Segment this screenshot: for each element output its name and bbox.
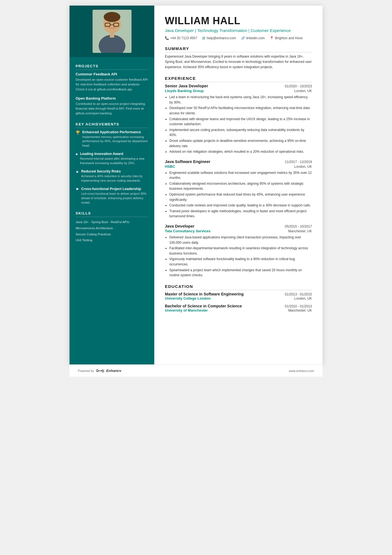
achievement-item-3: ★ Reduced Security Risks Achieved a 40% …: [76, 169, 148, 183]
education-section-title: EDUCATION: [165, 284, 312, 290]
experience-item-3: Java Developer 05/2015 - 10/2017 Tata Co…: [165, 224, 312, 278]
enhancv-brand-name: Enhancv: [106, 369, 121, 373]
main-header: WILLIAM HALL Java Developer | Technology…: [165, 15, 312, 40]
phone-icon: 📞: [165, 36, 169, 40]
exp-bullets-1: Led a team in restructuring the back-end…: [165, 95, 312, 154]
achievement-title-3: Reduced Security Risks: [81, 169, 148, 173]
exp-location-3: Manchester, UK: [288, 229, 312, 233]
edu-dates-1: 01/2013 - 01/2015: [285, 292, 312, 296]
bullet: Delivered Java-based applications improv…: [169, 235, 312, 245]
bullet: Led a team in restructuring the back-end…: [169, 95, 312, 105]
exp-bullets-3: Delivered Java-based applications improv…: [165, 235, 312, 278]
bullet: Implemented secure coding practices, sub…: [169, 127, 312, 138]
bullet: Spearheaded a project team which impleme…: [169, 268, 312, 278]
bullet: Conducted code reviews and improved code…: [169, 203, 312, 208]
exp-role-1: Senior Java Developer: [165, 84, 208, 88]
achievement-desc-4: Led cross-functional team to deliver pro…: [81, 192, 148, 205]
avatar-container: [70, 6, 154, 57]
project-name-2: Open Banking Platform: [76, 96, 148, 100]
exp-dates-1: 01/2020 - 10/2023: [285, 84, 312, 88]
bullet: Optimized system performance that reduce…: [169, 192, 312, 202]
enhancv-logo-icon: [96, 369, 104, 373]
projects-section-title: PROJECTS: [76, 64, 148, 70]
avatar: [93, 10, 132, 53]
bullet: Collaboratively designed microservices a…: [169, 181, 312, 191]
edu-school-1: University College London: [165, 296, 211, 300]
trophy-icon: 🏆: [76, 130, 80, 148]
achievement-item-1: 🏆 Enhanced Application Performance Imple…: [76, 130, 148, 148]
bullet: Developed over 50 RestFul APIs facilitat…: [169, 105, 312, 116]
exp-bullets-2: Engineered scalable software solutions t…: [165, 170, 312, 219]
exp-dates-3: 05/2015 - 10/2017: [285, 225, 312, 228]
edu-degree-1: Master of Science in Software Engineerin…: [165, 292, 244, 296]
summary-text: Experienced Java Developer bringing 8 ye…: [165, 54, 312, 70]
achievement-item-4: ⚑ Cross-functional Project Leadership Le…: [76, 187, 148, 205]
skill-item-1: Java 18+ · Spring Boot · RestFul APIs ·: [76, 219, 148, 225]
footer-left: Powered by Enhancv: [78, 369, 121, 373]
linkedin-url: linkedin.com: [246, 36, 265, 40]
phone-contact: 📞 +44 20 7123 4567: [165, 36, 197, 40]
star-icon: ★: [76, 170, 79, 183]
exp-company-1: Lloyds Banking Group: [165, 89, 204, 93]
project-item-2: Open Banking Platform Contributed to an …: [76, 96, 148, 116]
bullet: Collaborated with designer teams and imp…: [169, 117, 312, 127]
project-desc-2: Contributed to an open-source project in…: [76, 102, 148, 116]
edu-degree-2: Bachelor of Science in Computer Science: [165, 304, 242, 308]
project-item-1: Customer Feedback API Developed an open-…: [76, 72, 148, 92]
edu-school-2: University of Manchester: [165, 308, 208, 312]
achievement-title-1: Enhanced Application Performance: [82, 130, 148, 134]
exp-role-3: Java Developer: [165, 224, 194, 228]
bullet: Facilitated inter-departmental teamwork …: [169, 246, 312, 256]
bullet: Vigorously maintained software functiona…: [169, 256, 312, 267]
skills-list: Java 18+ · Spring Boot · RestFul APIs · …: [76, 219, 148, 243]
sidebar: PROJECTS Customer Feedback API Developed…: [70, 6, 154, 364]
heart-icon: ♥: [76, 152, 78, 166]
exp-company-2: HSBC: [165, 164, 175, 169]
exp-location-2: London, UK: [294, 165, 312, 169]
skill-item-3: Secure Coding Practices ·: [76, 231, 148, 238]
bullet: Trained junior developers in agile metho…: [169, 209, 312, 219]
education-item-1: Master of Science in Software Engineerin…: [165, 292, 312, 300]
experience-section-title: EXPERIENCE: [165, 76, 312, 82]
achievement-item-2: ♥ Leading Innovation Award Received inte…: [76, 152, 148, 166]
education-item-2: Bachelor of Science in Computer Science …: [165, 304, 312, 312]
experience-item-2: Java Software Engineer 11/2017 - 12/2019…: [165, 159, 312, 219]
linkedin-contact: 🔗 linkedin.com: [241, 36, 265, 40]
projects-list: Customer Feedback API Developed an open-…: [76, 72, 148, 116]
location-icon: 📍: [270, 36, 274, 40]
achievements-section-title: KEY ACHIEVEMENTS: [76, 122, 148, 128]
achievement-desc-2: Received internal award after developing…: [80, 157, 148, 166]
bullet: Advised on risk mitigation strategies, w…: [169, 149, 312, 154]
phone-number: +44 20 7123 4567: [170, 36, 197, 40]
svg-rect-8: [110, 32, 114, 38]
exp-role-2: Java Software Engineer: [165, 159, 210, 164]
email-icon: @: [202, 36, 205, 40]
exp-location-1: London, UK: [294, 89, 312, 93]
linkedin-icon: 🔗: [241, 36, 245, 40]
achievement-desc-3: Achieved a 40% reduction in security ris…: [81, 174, 148, 183]
achievement-title-2: Leading Innovation Award: [80, 152, 148, 156]
exp-company-3: Tata Consultancy Services: [165, 229, 211, 233]
flag-icon: ⚑: [76, 187, 79, 205]
contact-info: 📞 +44 20 7123 4567 @ help@enhancv.com 🔗 …: [165, 36, 312, 40]
edu-dates-2: 01/2010 - 01/2013: [285, 304, 312, 308]
exp-dates-2: 11/2017 - 12/2019: [285, 160, 312, 164]
bullet: Drove software update projects in deadli…: [169, 138, 312, 149]
location-text: Brighton and Hove: [275, 36, 302, 40]
project-desc-1: Developed an open-source customer feedba…: [76, 77, 148, 92]
email-address: help@enhancv.com: [207, 36, 236, 40]
sidebar-content: PROJECTS Customer Feedback API Developed…: [70, 57, 154, 250]
candidate-title: Java Developer | Technology Transformati…: [165, 28, 312, 33]
skills-section-title: SKILLS: [76, 211, 148, 217]
candidate-name: WILLIAM HALL: [165, 15, 312, 26]
achievements-list: 🏆 Enhanced Application Performance Imple…: [76, 130, 148, 205]
skill-item-2: Microservices Architecture ·: [76, 225, 148, 231]
main-content: WILLIAM HALL Java Developer | Technology…: [154, 6, 322, 364]
achievement-title-4: Cross-functional Project Leadership: [81, 187, 148, 191]
edu-location-1: London, UK: [294, 297, 312, 300]
email-contact: @ help@enhancv.com: [202, 36, 236, 40]
location-contact: 📍 Brighton and Hove: [270, 36, 302, 40]
footer-website: www.enhancv.com: [289, 369, 314, 373]
project-name-1: Customer Feedback API: [76, 72, 148, 76]
powered-by-text: Powered by: [78, 369, 94, 373]
